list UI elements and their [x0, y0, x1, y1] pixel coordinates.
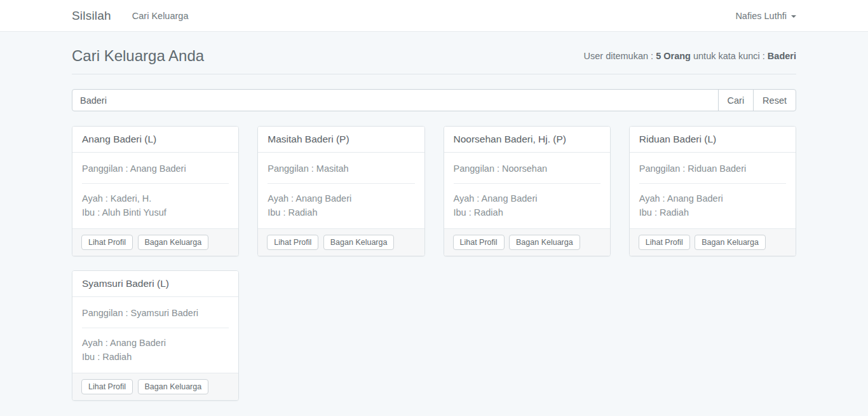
summary-keyword: Baderi	[768, 51, 796, 61]
person-card-footer: Lihat Profil Bagan Keluarga	[630, 228, 796, 256]
person-nickname: Panggilan : Riduan Baderi	[639, 162, 786, 176]
person-card-body: Panggilan : Syamsuri Baderi Ayah : Anang…	[72, 297, 238, 373]
person-card-body: Panggilan : Noorsehan Ayah : Anang Bader…	[444, 153, 610, 228]
person-card-body: Panggilan : Anang Baderi Ayah : Kaderi, …	[72, 153, 238, 228]
person-card: Riduan Baderi (L) Panggilan : Riduan Bad…	[629, 126, 796, 256]
person-card: Anang Baderi (L) Panggilan : Anang Bader…	[72, 126, 239, 256]
person-mother: Ibu : Radiah	[268, 205, 414, 219]
user-menu-label: Nafies Luthfi	[735, 11, 787, 21]
person-nickname: Panggilan : Anang Baderi	[82, 162, 229, 176]
person-card-title: Masitah Baderi (P)	[258, 127, 424, 153]
person-mother: Ibu : Radiah	[639, 205, 786, 219]
person-father: Ayah : Kaderi, H.	[82, 191, 229, 205]
person-card-title: Riduan Baderi (L)	[630, 127, 796, 153]
person-card-title: Anang Baderi (L)	[72, 127, 238, 153]
search-form: Cari Reset	[72, 89, 796, 111]
divider	[454, 183, 600, 184]
person-mother: Ibu : Radiah	[82, 350, 229, 364]
person-father: Ayah : Anang Baderi	[268, 191, 414, 205]
person-father: Ayah : Anang Baderi	[639, 191, 786, 205]
person-card: Masitah Baderi (P) Panggilan : Masitah A…	[257, 126, 424, 256]
view-profile-button[interactable]: Lihat Profil	[267, 235, 318, 250]
summary-middle: untuk kata kunci :	[691, 51, 768, 61]
person-father: Ayah : Anang Baderi	[82, 336, 229, 350]
family-chart-button[interactable]: Bagan Keluarga	[323, 235, 395, 250]
person-card-body: Panggilan : Masitah Ayah : Anang Baderi …	[258, 153, 424, 228]
result-summary: User ditemukan : 5 Orang untuk kata kunc…	[584, 51, 796, 61]
divider	[268, 183, 414, 184]
person-card-footer: Lihat Profil Bagan Keluarga	[444, 228, 610, 256]
person-card-title: Syamsuri Baderi (L)	[72, 271, 238, 297]
person-card-footer: Lihat Profil Bagan Keluarga	[72, 228, 238, 256]
user-menu-dropdown[interactable]: Nafies Luthfi	[735, 11, 796, 21]
person-card-body: Panggilan : Riduan Baderi Ayah : Anang B…	[630, 153, 796, 228]
view-profile-button[interactable]: Lihat Profil	[639, 235, 690, 250]
person-nickname: Panggilan : Syamsuri Baderi	[82, 306, 229, 320]
person-card: Syamsuri Baderi (L) Panggilan : Syamsuri…	[72, 270, 239, 401]
search-input[interactable]	[72, 89, 719, 111]
page-header: Cari Keluarga Anda User ditemukan : 5 Or…	[72, 32, 796, 74]
summary-prefix: User ditemukan :	[584, 51, 656, 61]
person-card-footer: Lihat Profil Bagan Keluarga	[72, 373, 238, 400]
family-chart-button[interactable]: Bagan Keluarga	[138, 379, 209, 394]
person-nickname: Panggilan : Noorsehan	[454, 162, 600, 176]
nav-item-cari-keluarga[interactable]: Cari Keluarga	[132, 11, 189, 21]
person-father: Ayah : Anang Baderi	[454, 191, 600, 205]
divider	[82, 183, 229, 184]
summary-count: 5 Orang	[656, 51, 691, 61]
person-mother: Ibu : Radiah	[454, 205, 600, 219]
person-card-footer: Lihat Profil Bagan Keluarga	[258, 228, 424, 256]
divider	[639, 183, 786, 184]
caret-down-icon	[791, 15, 796, 18]
page-title: Cari Keluarga Anda	[72, 47, 204, 65]
family-chart-button[interactable]: Bagan Keluarga	[509, 235, 580, 250]
family-chart-button[interactable]: Bagan Keluarga	[695, 235, 766, 250]
main-content: Cari Keluarga Anda User ditemukan : 5 Or…	[72, 32, 796, 401]
brand-link[interactable]: Silsilah	[72, 9, 111, 23]
view-profile-button[interactable]: Lihat Profil	[81, 379, 133, 394]
search-submit-button[interactable]: Cari	[718, 89, 754, 111]
navbar: Silsilah Cari Keluarga Nafies Luthfi	[0, 0, 868, 32]
view-profile-button[interactable]: Lihat Profil	[453, 235, 505, 250]
view-profile-button[interactable]: Lihat Profil	[81, 235, 133, 250]
search-reset-button[interactable]: Reset	[753, 89, 796, 111]
results-grid: Anang Baderi (L) Panggilan : Anang Bader…	[72, 126, 796, 401]
person-card: Noorsehan Baderi, Hj. (P) Panggilan : No…	[444, 126, 611, 256]
person-nickname: Panggilan : Masitah	[268, 162, 414, 176]
family-chart-button[interactable]: Bagan Keluarga	[138, 235, 209, 250]
person-mother: Ibu : Aluh Binti Yusuf	[82, 205, 229, 219]
divider	[82, 328, 229, 328]
person-card-title: Noorsehan Baderi, Hj. (P)	[444, 127, 610, 153]
